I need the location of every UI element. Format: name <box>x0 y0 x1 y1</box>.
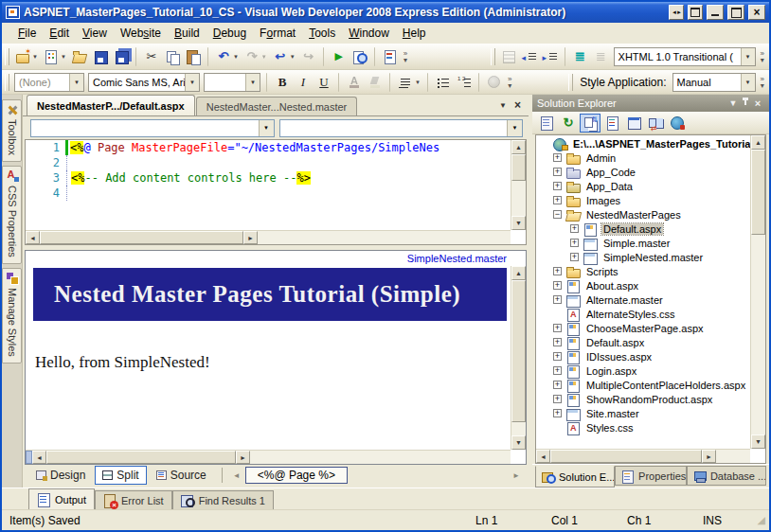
source-pane[interactable]: 1 <%@ Page MasterPageFile="~/NestedMaste… <box>25 139 527 245</box>
toolbar-button[interactable]: ▼ <box>91 46 110 66</box>
tree-item[interactable]: Alternate.master <box>536 293 750 307</box>
combobox-dropdown-icon[interactable]: ▼ <box>245 74 260 91</box>
tree-expander[interactable] <box>553 338 562 346</box>
toolbar-button[interactable] <box>601 114 622 133</box>
scroll-down-icon[interactable]: ▼ <box>751 434 765 449</box>
tree-expander[interactable] <box>553 210 562 219</box>
menu-item[interactable]: Website <box>114 24 168 43</box>
toolbar-overflow-icon[interactable]: »▾ <box>761 50 764 63</box>
tool-window-tab[interactable]: Manage Styles <box>2 268 22 364</box>
panel-tab[interactable]: Find Results 1 <box>172 490 274 509</box>
toolbar-grip[interactable] <box>491 48 495 65</box>
tree-item[interactable]: SimpleNested.master <box>536 250 750 264</box>
toolbar-button[interactable] <box>623 114 644 133</box>
toolbar-button[interactable]: ▼ <box>13 46 40 66</box>
combobox-dropdown-icon[interactable]: ▼ <box>185 74 199 91</box>
toolbar-button[interactable]: ▼ <box>345 72 364 92</box>
window-position-icon[interactable]: ▼ <box>726 98 740 108</box>
tree-expander[interactable] <box>553 153 562 162</box>
document-tab[interactable]: NestedMasterP.../Default.aspx <box>27 95 195 115</box>
tab-list-dropdown-icon[interactable]: ▼ <box>499 101 507 110</box>
toolbar-button[interactable]: ▼ <box>485 72 504 92</box>
menu-item[interactable]: Format <box>253 24 302 43</box>
tool-window-tab[interactable]: CSS Properties <box>2 166 22 264</box>
design-banner[interactable]: Nested Master Pages Tutorial (Simple) <box>33 268 507 321</box>
scroll-left-icon[interactable]: ◄ <box>32 451 46 464</box>
toolbar-button[interactable] <box>667 114 688 133</box>
tree-item[interactable]: MultipleContentPlaceHolders.aspx <box>536 378 750 392</box>
tree-horizontal-scrollbar[interactable]: ◄ ► <box>536 449 750 463</box>
close-document-icon[interactable]: × <box>514 98 521 112</box>
design-surface[interactable]: Nested Master Pages Tutorial (Simple) He… <box>26 266 511 450</box>
toolbar-button[interactable]: ▼ <box>214 46 241 66</box>
toolbar-button[interactable] <box>645 114 666 133</box>
design-horizontal-scrollbar[interactable]: ◄ ► <box>26 450 511 464</box>
toolbar-grip[interactable] <box>568 74 573 91</box>
tree-expander[interactable] <box>553 324 562 332</box>
scroll-right-icon[interactable]: ► <box>236 451 250 464</box>
scroll-up-icon[interactable]: ▲ <box>511 266 526 280</box>
source-view-button[interactable]: Source <box>149 466 214 485</box>
toolbar-grip[interactable] <box>5 74 9 91</box>
tree-item[interactable]: Site.master <box>536 406 750 420</box>
style-application-combobox[interactable]: Manual ▼ <box>672 73 756 92</box>
combobox-dropdown-icon[interactable]: ▼ <box>741 48 755 65</box>
tree-item[interactable]: Simple.master <box>536 236 750 250</box>
tree-item[interactable]: Default.aspx <box>536 335 750 349</box>
menu-item[interactable]: File <box>11 24 43 43</box>
maximize-button[interactable] <box>727 5 744 20</box>
scrollbar-thumb[interactable] <box>511 154 526 181</box>
tree-item[interactable]: IDIssues.aspx <box>536 349 750 364</box>
panel-tab[interactable]: Properties <box>615 466 687 486</box>
close-button[interactable]: × <box>748 5 765 20</box>
tree-expander[interactable] <box>553 182 562 190</box>
tool-window-tab[interactable]: Toolbox <box>2 99 22 162</box>
split-view-button[interactable]: Split <box>95 466 146 485</box>
toolbar-grip[interactable] <box>5 48 9 65</box>
toolbar-button[interactable] <box>580 114 601 133</box>
scrollbar-thumb[interactable] <box>40 231 243 244</box>
restore-window-icon[interactable] <box>688 5 703 20</box>
toolbar-button[interactable] <box>558 114 579 133</box>
toolbar-button[interactable]: ▼ <box>381 46 400 66</box>
tree-item[interactable]: App_Code <box>536 165 750 179</box>
scroll-right-icon[interactable]: ► <box>702 450 716 463</box>
tree-item[interactable]: Default.aspx <box>536 222 750 236</box>
font-size-combobox[interactable]: ▼ <box>204 73 260 92</box>
design-body-text[interactable]: Hello, from SimpleNested! <box>35 353 511 372</box>
toolbar-button[interactable]: ▼ <box>366 72 385 92</box>
toolbar-button[interactable]: ▼ <box>499 46 518 66</box>
combobox-dropdown-icon[interactable]: ▼ <box>507 120 522 136</box>
tree-expander[interactable] <box>553 295 562 304</box>
scrollbar-thumb[interactable] <box>550 450 702 463</box>
combobox-dropdown-icon[interactable]: ▼ <box>741 74 755 91</box>
tree-expander[interactable] <box>553 281 562 290</box>
toolbar-button[interactable]: ▼ <box>271 46 297 66</box>
toolbar-button[interactable]: I▼ <box>294 72 313 92</box>
tree-item[interactable]: NestedMasterPages <box>536 207 750 222</box>
toolbar-button[interactable]: ▼ <box>163 46 182 66</box>
panel-tab[interactable]: Error List <box>95 490 172 509</box>
code-editor[interactable]: 1 <%@ Page MasterPageFile="~/NestedMaste… <box>26 140 511 230</box>
tree-item[interactable]: Scripts <box>536 264 750 278</box>
scrollbar-thumb[interactable] <box>46 451 236 464</box>
target-rule-combobox[interactable]: (None) ▼ <box>14 73 84 92</box>
tree-expander[interactable] <box>553 395 562 403</box>
tree-item[interactable]: Images <box>536 193 750 207</box>
toolbar-button[interactable]: ▼ <box>350 46 369 66</box>
panel-tab[interactable]: Output <box>28 488 95 509</box>
tree-item[interactable]: App_Data <box>536 179 750 193</box>
tree-expander[interactable] <box>570 239 579 247</box>
tree-item[interactable]: ShowRandomProduct.aspx <box>536 392 750 406</box>
tree-expander[interactable] <box>553 366 562 375</box>
combobox-dropdown-icon[interactable]: ▼ <box>69 74 83 91</box>
master-page-label[interactable]: SimpleNested.master <box>407 253 507 264</box>
scrollbar-thumb[interactable] <box>511 280 526 422</box>
toolbar-button[interactable]: ▼ <box>330 46 349 66</box>
toolbar-button[interactable]: ▼ <box>592 46 611 66</box>
menu-item[interactable]: Tools <box>302 24 342 43</box>
tree-expander[interactable] <box>553 352 562 361</box>
minimize-button[interactable] <box>707 5 724 20</box>
tree-expander[interactable] <box>553 409 562 417</box>
tree-expander[interactable] <box>570 253 579 261</box>
